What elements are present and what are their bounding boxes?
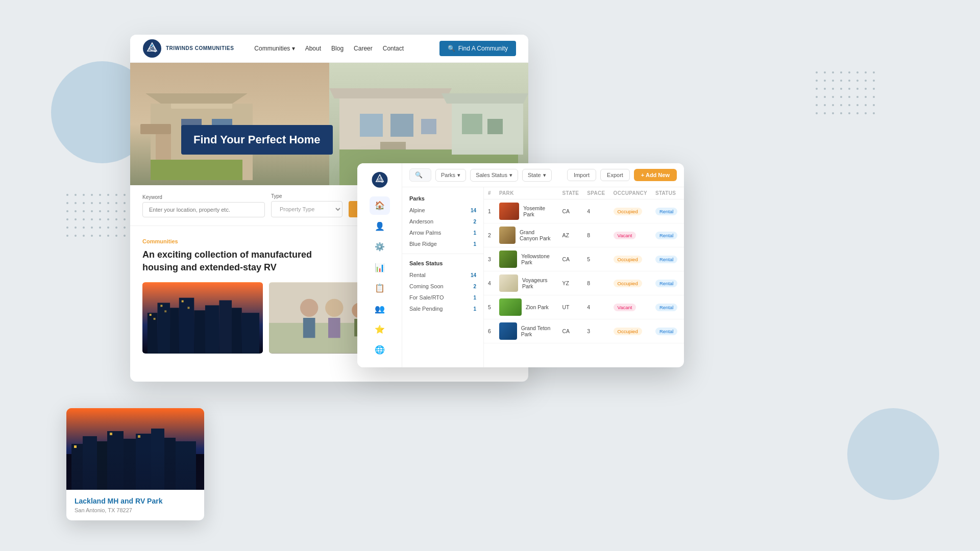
svg-rect-28: [219, 300, 232, 353]
chevron-down-icon: ▾: [543, 172, 546, 179]
cell-park: Voyageurs Park: [495, 271, 558, 295]
sidebar-icon-list[interactable]: 📋: [370, 279, 390, 297]
svg-rect-14: [421, 119, 436, 134]
col-park: PARK: [495, 187, 558, 199]
find-community-button[interactable]: 🔍 Find A Community: [439, 41, 516, 56]
sales-status-section-title: Sales Status: [402, 258, 483, 268]
col-sale-price: SALE PRICE: [681, 187, 684, 199]
filter-item-alpine[interactable]: Alpine14: [402, 205, 483, 216]
filter-item-sale-pending[interactable]: Sale Pending1: [402, 303, 483, 314]
sidebar-icon-user[interactable]: 👤: [370, 217, 390, 235]
table-row[interactable]: 5 Zion Park UT 4 Vacant Rental $3000: [484, 295, 684, 319]
admin-content: Parks Alpine14 Anderson2 Arrow Palms1 Bl…: [402, 187, 684, 367]
parks-filter-button[interactable]: Parks ▾: [435, 169, 466, 182]
svg-rect-36: [188, 307, 190, 309]
sales-status-filter-button[interactable]: Sales Status ▾: [470, 169, 518, 182]
cell-space: 3: [583, 319, 609, 343]
occupancy-badge: Vacant: [614, 304, 636, 311]
nav-contact[interactable]: Contact: [383, 45, 404, 52]
svg-rect-58: [66, 408, 204, 490]
occupancy-badge: Occupied: [614, 280, 642, 287]
table-row[interactable]: 2 Grand Canyon Park AZ 8 Vacant Rental $…: [484, 223, 684, 247]
svg-rect-22: [148, 313, 158, 354]
filter-item-blue-ridge[interactable]: Blue Ridge1: [402, 238, 483, 249]
property-card-image: [66, 408, 204, 490]
site-logo: TRIWINDS COMMUNITIES: [142, 39, 234, 58]
admin-main: 🔍 Parks ▾ Sales Status ▾ State ▾ Import …: [402, 163, 684, 367]
state-filter-button[interactable]: State ▾: [522, 169, 552, 182]
import-button[interactable]: Import: [567, 169, 596, 181]
svg-rect-35: [182, 300, 184, 303]
col-space: SPACE: [583, 187, 609, 199]
svg-rect-20: [487, 119, 503, 134]
nav-communities[interactable]: Communities ▾: [254, 45, 295, 52]
type-select[interactable]: Property Type: [271, 201, 342, 217]
admin-logo: [371, 171, 389, 188]
table-row[interactable]: 3 Yellowstone Park CA 5 Occupied Rental …: [484, 247, 684, 271]
hero-title: Find Your Perfect Home: [193, 133, 321, 146]
bg-circle-right: [847, 408, 939, 500]
status-badge: Rental: [655, 280, 677, 287]
panel-divider: [402, 254, 483, 254]
cell-park: Yellowstone Park: [495, 247, 558, 271]
filter-item-rental[interactable]: Rental14: [402, 269, 483, 281]
admin-search-box: 🔍: [409, 168, 431, 182]
property-card-address: San Antonio, TX 78227: [75, 507, 196, 513]
sidebar-icon-community[interactable]: 👥: [370, 299, 390, 318]
cell-space: 4: [583, 295, 609, 319]
export-button[interactable]: Export: [600, 169, 630, 181]
cell-id: 3: [484, 247, 495, 271]
property-card-name: Lackland MH and RV Park: [75, 497, 196, 505]
cell-id: 5: [484, 295, 495, 319]
parks-table: # PARK STATE SPACE OCCUPANCY STATUS SALE…: [484, 187, 684, 343]
site-nav: TRIWINDS COMMUNITIES Communities ▾ About…: [130, 35, 528, 63]
park-thumbnail: [499, 227, 516, 244]
hero-banner: Find Your Perfect Home: [181, 125, 333, 155]
keyword-input[interactable]: [142, 202, 265, 217]
cell-sale-price: $45000: [681, 199, 684, 223]
add-new-button[interactable]: + Add New: [634, 169, 677, 181]
filter-item-anderson[interactable]: Anderson2: [402, 216, 483, 227]
filter-item-coming-soon[interactable]: Coming Soon2: [402, 281, 483, 292]
site-nav-links: Communities ▾ About Blog Career Contact: [254, 45, 439, 52]
sidebar-icon-globe[interactable]: 🌐: [370, 341, 390, 359]
svg-rect-33: [160, 305, 162, 307]
svg-rect-65: [136, 434, 151, 490]
svg-rect-25: [179, 298, 194, 353]
svg-rect-30: [242, 313, 259, 354]
svg-rect-26: [194, 311, 205, 354]
chevron-down-icon: ▾: [509, 172, 512, 179]
sidebar-icon-home[interactable]: 🏠: [370, 196, 390, 215]
sidebar-icon-star[interactable]: ⭐: [370, 320, 390, 338]
filter-item-for-sale[interactable]: For Sale/RTO1: [402, 292, 483, 303]
search-icon: 🔍: [448, 45, 455, 52]
cell-state: UT: [558, 295, 583, 319]
admin-left-panel: Parks Alpine14 Anderson2 Arrow Palms1 Bl…: [402, 187, 484, 367]
filter-item-arrow-palms[interactable]: Arrow Palms1: [402, 227, 483, 238]
cell-id: 2: [484, 223, 495, 247]
nav-blog[interactable]: Blog: [331, 45, 344, 52]
nav-about[interactable]: About: [305, 45, 321, 52]
table-row[interactable]: 1 Yosemite Park CA 4 Occupied Rental $45…: [484, 199, 684, 223]
occupancy-badge: Occupied: [614, 208, 642, 215]
table-row[interactable]: 4 Voyageurs Park YZ 8 Occupied Rental $2…: [484, 271, 684, 295]
occupancy-badge: Vacant: [614, 232, 636, 239]
cell-status: Rental: [651, 247, 681, 271]
type-label: Type: [271, 193, 342, 199]
svg-rect-34: [164, 311, 166, 313]
table-body: 1 Yosemite Park CA 4 Occupied Rental $45…: [484, 199, 684, 343]
cell-park: Grand Canyon Park: [495, 223, 558, 247]
cell-sale-price: $3000: [681, 295, 684, 319]
nav-career[interactable]: Career: [354, 45, 373, 52]
cell-occupancy: Occupied: [609, 247, 651, 271]
table-row[interactable]: 6 Grand Teton Park CA 3 Occupied Rental …: [484, 319, 684, 343]
property-card: Lackland MH and RV Park San Antonio, TX …: [66, 408, 204, 520]
cell-status: Rental: [651, 199, 681, 223]
svg-marker-18: [442, 93, 528, 104]
sidebar-icon-settings[interactable]: ⚙️: [370, 238, 390, 256]
sidebar-icon-chart[interactable]: 📊: [370, 258, 390, 277]
svg-point-41: [325, 299, 343, 317]
bg-dots-right: [816, 71, 878, 117]
cell-state: YZ: [558, 271, 583, 295]
cell-occupancy: Vacant: [609, 295, 651, 319]
